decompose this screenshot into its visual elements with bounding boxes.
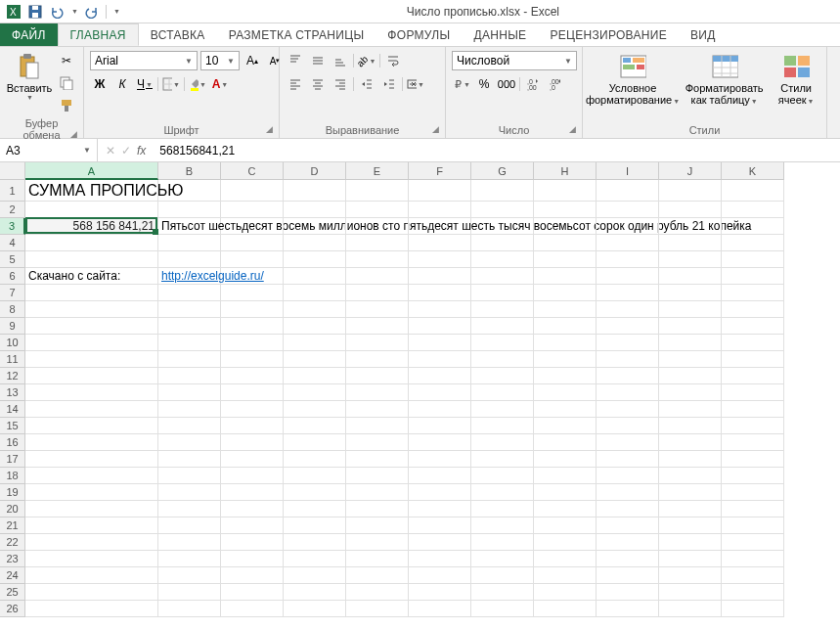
cell[interactable]	[597, 318, 659, 335]
cell[interactable]	[284, 301, 346, 318]
cell[interactable]	[659, 401, 722, 418]
row-header[interactable]: 4	[0, 235, 25, 251]
cell[interactable]	[284, 268, 346, 285]
cell[interactable]	[471, 518, 534, 534]
fillcolor-button[interactable]: ▼	[188, 74, 207, 94]
align-left-button[interactable]	[286, 74, 305, 94]
cell[interactable]	[221, 235, 284, 251]
cell[interactable]	[534, 235, 597, 251]
cell[interactable]	[284, 518, 346, 534]
cell[interactable]	[659, 268, 722, 285]
cell[interactable]	[597, 534, 659, 551]
cell[interactable]	[659, 451, 722, 468]
cell[interactable]	[25, 601, 158, 617]
cell[interactable]	[409, 551, 471, 567]
cell[interactable]	[534, 218, 597, 235]
cell[interactable]	[158, 501, 221, 518]
cell[interactable]	[722, 518, 784, 534]
cell[interactable]	[346, 268, 409, 285]
cell[interactable]	[284, 551, 346, 567]
cell[interactable]	[471, 468, 534, 484]
cell[interactable]	[659, 251, 722, 268]
cell[interactable]	[284, 318, 346, 335]
conditional-formatting-button[interactable]: Условное форматирование▼	[589, 51, 677, 110]
cell[interactable]	[221, 518, 284, 534]
row-header[interactable]: 3	[0, 218, 25, 235]
cell[interactable]	[534, 518, 597, 534]
cell[interactable]	[25, 318, 158, 335]
cell[interactable]	[597, 202, 659, 218]
cell[interactable]	[346, 218, 409, 235]
cell[interactable]	[597, 401, 659, 418]
row-header[interactable]: 18	[0, 468, 25, 484]
cell-styles-button[interactable]: Стили ячеек▼	[772, 51, 820, 110]
cell[interactable]	[158, 601, 221, 617]
cell[interactable]	[346, 418, 409, 434]
cell[interactable]	[659, 235, 722, 251]
align-bottom-button[interactable]	[331, 51, 350, 70]
cell[interactable]	[471, 268, 534, 285]
cell[interactable]	[471, 235, 534, 251]
cell[interactable]	[597, 384, 659, 401]
cell[interactable]	[221, 335, 284, 351]
cell[interactable]	[659, 518, 722, 534]
cell[interactable]	[221, 285, 284, 301]
cell[interactable]	[221, 484, 284, 501]
cell[interactable]	[221, 551, 284, 567]
indent-decrease-button[interactable]	[357, 74, 376, 94]
align-top-button[interactable]	[286, 51, 305, 70]
decrease-decimal-button[interactable]: ,00,0	[546, 74, 565, 94]
cell[interactable]	[409, 285, 471, 301]
italic-button[interactable]: К	[112, 74, 132, 94]
cell[interactable]	[722, 318, 784, 335]
cell[interactable]	[722, 501, 784, 518]
cell[interactable]	[409, 335, 471, 351]
cell[interactable]	[346, 584, 409, 601]
cell[interactable]	[471, 318, 534, 335]
cell[interactable]	[346, 180, 409, 202]
cell[interactable]	[534, 251, 597, 268]
font-name-combo[interactable]: Arial▼	[90, 51, 198, 70]
cell[interactable]	[284, 434, 346, 451]
row-header[interactable]: 12	[0, 368, 25, 384]
cell[interactable]	[409, 434, 471, 451]
cell[interactable]	[409, 567, 471, 584]
cell[interactable]	[221, 501, 284, 518]
cell[interactable]	[659, 301, 722, 318]
spreadsheet-grid[interactable]: ABCDEFGHIJK12345678910111213141516171819…	[0, 162, 840, 630]
align-middle-button[interactable]	[308, 51, 328, 70]
cell[interactable]	[284, 484, 346, 501]
cell[interactable]	[25, 451, 158, 468]
fontcolor-button[interactable]: A▼	[210, 74, 230, 94]
cell[interactable]	[722, 418, 784, 434]
cell[interactable]	[346, 401, 409, 418]
cell[interactable]	[25, 285, 158, 301]
cell[interactable]	[597, 584, 659, 601]
cell[interactable]	[25, 301, 158, 318]
tab-insert[interactable]: ВСТАВКА	[139, 23, 217, 46]
format-as-table-button[interactable]: Форматировать как таблицу▼	[681, 51, 768, 110]
cell[interactable]	[659, 501, 722, 518]
cell[interactable]	[158, 451, 221, 468]
cell[interactable]	[597, 484, 659, 501]
cell[interactable]	[284, 351, 346, 368]
cell[interactable]	[471, 584, 534, 601]
name-box[interactable]: A3▼	[0, 139, 98, 161]
cell[interactable]	[534, 468, 597, 484]
cell[interactable]	[659, 202, 722, 218]
cell[interactable]	[158, 418, 221, 434]
cell[interactable]	[722, 202, 784, 218]
cell[interactable]	[409, 235, 471, 251]
cell[interactable]: СУММА ПРОПИСЬЮ	[25, 180, 158, 202]
cell[interactable]	[346, 518, 409, 534]
cell[interactable]	[471, 218, 534, 235]
cell[interactable]	[597, 268, 659, 285]
cell[interactable]	[221, 268, 284, 285]
cell[interactable]	[722, 218, 784, 235]
row-header[interactable]: 5	[0, 251, 25, 268]
cell[interactable]	[722, 434, 784, 451]
cell[interactable]	[597, 518, 659, 534]
column-header[interactable]: E	[346, 162, 409, 180]
column-header[interactable]: H	[534, 162, 597, 180]
formula-input[interactable]: 568156841,21	[154, 139, 840, 161]
